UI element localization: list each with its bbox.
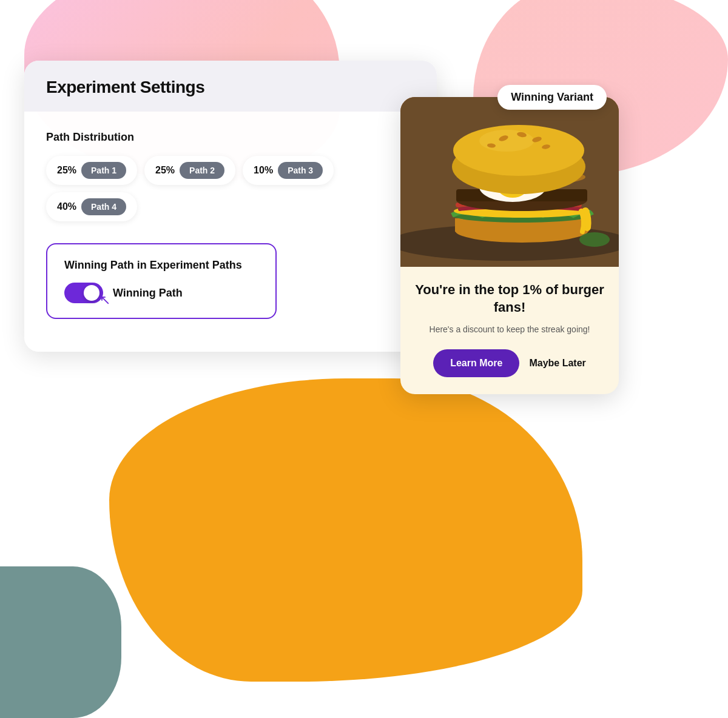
path-3-badge: Path 3 <box>278 162 323 179</box>
toggle-track <box>64 283 103 303</box>
settings-title: Experiment Settings <box>46 78 415 97</box>
path-group-4: 40% Path 4 <box>46 192 137 221</box>
main-container: Experiment Settings Path Distribution 25… <box>24 61 704 394</box>
path-4-percent: 40% <box>57 201 76 212</box>
winning-path-toggle-label: Winning Path <box>113 287 183 300</box>
path-group-3: 10% Path 3 <box>243 156 334 185</box>
path-4-badge: Path 4 <box>81 198 126 215</box>
settings-card-body: Path Distribution 25% Path 1 25% Path 2 … <box>24 112 437 343</box>
toggle-thumb <box>84 285 99 301</box>
variant-card: You're in the top 1% of burger fans! Her… <box>400 97 619 394</box>
winning-path-toggle[interactable]: ↖ <box>64 283 103 303</box>
variant-card-image <box>400 97 619 267</box>
path-3-percent: 10% <box>254 165 273 176</box>
right-panel: Winning Variant <box>400 97 619 394</box>
background-blob-teal <box>0 566 121 718</box>
variant-subtext: Here's a discount to keep the streak goi… <box>415 323 604 336</box>
cursor-icon: ↖ <box>99 292 110 308</box>
maybe-later-button[interactable]: Maybe Later <box>529 358 585 369</box>
path-group-2: 25% Path 2 <box>144 156 235 185</box>
svg-point-19 <box>579 232 610 247</box>
winning-path-box: Winning Path in Experiment Paths ↖ Winni… <box>46 243 277 319</box>
settings-card: Experiment Settings Path Distribution 25… <box>24 61 437 352</box>
winning-path-box-title: Winning Path in Experiment Paths <box>64 259 258 272</box>
winning-variant-badge: Winning Variant <box>497 85 607 110</box>
path-2-percent: 25% <box>155 165 175 176</box>
path-1-percent: 25% <box>57 165 76 176</box>
path-group-1: 25% Path 1 <box>46 156 137 185</box>
variant-card-body: You're in the top 1% of burger fans! Her… <box>400 267 619 394</box>
path-distribution-label: Path Distribution <box>46 131 415 144</box>
background-blob-orange <box>109 378 582 682</box>
svg-point-13 <box>479 130 534 152</box>
path-1-badge: Path 1 <box>81 162 126 179</box>
learn-more-button[interactable]: Learn More <box>433 349 519 377</box>
path-distribution-row: 25% Path 1 25% Path 2 10% Path 3 40% Pat… <box>46 156 415 221</box>
toggle-row: ↖ Winning Path <box>64 283 258 303</box>
path-2-badge: Path 2 <box>180 162 224 179</box>
variant-headline: You're in the top 1% of burger fans! <box>415 281 604 316</box>
variant-buttons: Learn More Maybe Later <box>415 349 604 377</box>
settings-card-header: Experiment Settings <box>24 61 437 112</box>
